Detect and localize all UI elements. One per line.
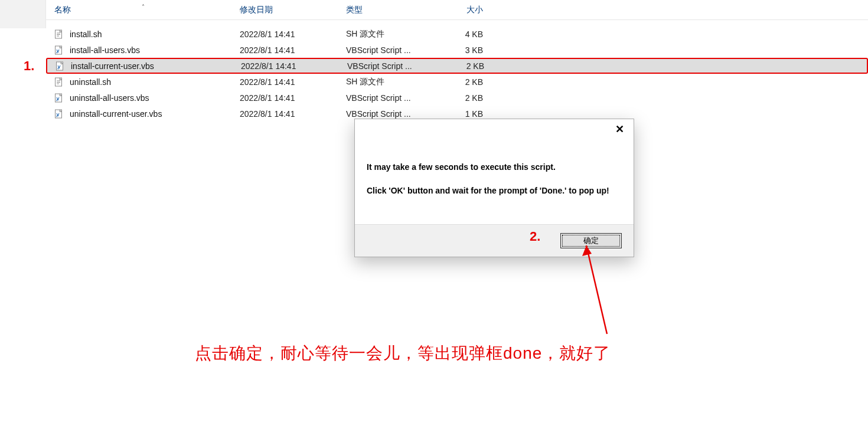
cell-size: 2 KB — [439, 61, 492, 71]
cell-type: VBScript Script ... — [346, 93, 438, 103]
header-size-label: 大小 — [466, 5, 483, 14]
cell-date: 2022/8/1 14:41 — [240, 45, 346, 55]
cell-date: 2022/8/1 14:41 — [240, 77, 346, 87]
file-list: ˄ 名称 修改日期 类型 大小 install.sh2022/8/1 14:41… — [46, 0, 868, 122]
file-row[interactable]: install-all-users.vbs2022/8/1 14:41VBScr… — [46, 42, 868, 58]
cell-name: install-current-user.vbs — [47, 61, 241, 71]
sort-ascending-icon: ˄ — [142, 4, 145, 10]
column-headers: ˄ 名称 修改日期 类型 大小 — [46, 0, 868, 20]
cell-date: 2022/8/1 14:41 — [240, 93, 346, 103]
file-name: uninstall.sh — [70, 77, 111, 87]
header-date[interactable]: 修改日期 — [240, 5, 346, 15]
cell-type: SH 源文件 — [346, 29, 438, 40]
dialog-footer: 确定 — [355, 224, 634, 257]
ok-button[interactable]: 确定 — [560, 233, 622, 248]
file-name: uninstall-current-user.vbs — [70, 109, 162, 119]
cell-name: uninstall-current-user.vbs — [46, 109, 240, 119]
file-row[interactable]: install.sh2022/8/1 14:41SH 源文件4 KB — [46, 26, 868, 42]
file-name: install-current-user.vbs — [71, 61, 154, 71]
cell-size: 2 KB — [438, 93, 491, 103]
vbscript-file-icon — [54, 45, 64, 55]
file-rows: install.sh2022/8/1 14:41SH 源文件4 KBinstal… — [46, 26, 868, 122]
header-separator — [239, 8, 240, 12]
cell-name: install-all-users.vbs — [46, 45, 240, 55]
file-name: install-all-users.vbs — [70, 45, 140, 55]
sidebar-stub — [0, 0, 46, 28]
cell-size: 3 KB — [438, 45, 491, 55]
svg-line-12 — [586, 245, 607, 334]
cell-date: 2022/8/1 14:41 — [240, 29, 346, 39]
header-type[interactable]: 类型 — [346, 5, 438, 15]
annotation-arrow — [572, 245, 619, 340]
cell-type: VBScript Script ... — [346, 109, 438, 119]
file-row[interactable]: install-current-user.vbs2022/8/1 14:41VB… — [46, 58, 868, 74]
cell-type: VBScript Script ... — [347, 61, 439, 71]
cell-name: uninstall.sh — [46, 77, 240, 87]
sh-file-icon — [54, 77, 64, 87]
cell-name: install.sh — [46, 29, 240, 39]
file-row[interactable]: uninstall-all-users.vbs2022/8/1 14:41VBS… — [46, 90, 868, 106]
vbscript-file-icon — [56, 61, 65, 71]
header-size[interactable]: 大小 — [438, 5, 491, 15]
header-date-label: 修改日期 — [240, 5, 273, 14]
header-name-label: 名称 — [54, 5, 71, 14]
header-type-label: 类型 — [346, 5, 363, 14]
cell-name: uninstall-all-users.vbs — [46, 93, 240, 103]
cell-date: 2022/8/1 14:41 — [241, 61, 347, 71]
file-row[interactable]: uninstall.sh2022/8/1 14:41SH 源文件2 KB — [46, 74, 868, 90]
cell-type: SH 源文件 — [346, 77, 438, 87]
cell-type: VBScript Script ... — [346, 45, 438, 55]
cell-size: 1 KB — [438, 109, 491, 119]
dialog-text-2: Click 'OK' button and wait for the promp… — [367, 185, 622, 196]
annotation-step-2: 2. — [530, 229, 540, 244]
vbscript-file-icon — [54, 109, 64, 119]
cell-date: 2022/8/1 14:41 — [240, 109, 346, 119]
close-icon[interactable]: ✕ — [609, 122, 630, 138]
dialog-text-1: It may take a few seconds to execute thi… — [367, 162, 622, 172]
cell-size: 4 KB — [438, 29, 491, 39]
message-dialog: ✕ It may take a few seconds to execute t… — [354, 119, 634, 257]
annotation-caption: 点击确定，耐心等待一会儿，等出现弹框done，就好了 — [195, 342, 611, 365]
file-name: uninstall-all-users.vbs — [70, 93, 149, 103]
sh-file-icon — [54, 29, 64, 39]
cell-size: 2 KB — [438, 77, 491, 87]
annotation-step-1: 1. — [24, 58, 34, 74]
vbscript-file-icon — [54, 93, 64, 103]
file-name: install.sh — [70, 29, 102, 39]
header-name[interactable]: ˄ 名称 — [46, 5, 240, 15]
dialog-body: ✕ It may take a few seconds to execute t… — [355, 119, 634, 224]
